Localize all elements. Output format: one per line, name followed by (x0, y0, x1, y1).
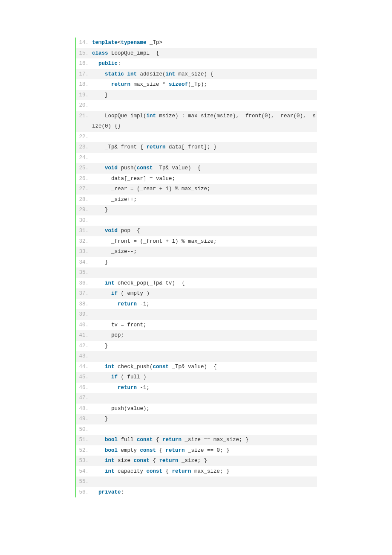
line-number: 47. (76, 393, 89, 404)
code-line: 17. static int addsize(int max_size) { (76, 69, 317, 80)
code-line: 23. _Tp& front { return data[_front]; } (76, 142, 317, 153)
code-line: 53. int size const { return _size; } (76, 456, 317, 466)
line-number: 50. (76, 424, 89, 435)
line-number: 48. (76, 404, 89, 414)
line-code: int capacity const { return max_size; } (89, 466, 317, 477)
line-code: bool empty const { return _size == 0; } (89, 445, 317, 456)
line-code: data[_rear] = value; (89, 174, 317, 184)
code-line: 51. bool full const { return _size == ma… (76, 435, 317, 445)
line-number: 37. (76, 288, 89, 299)
line-number: 22. (76, 132, 89, 142)
code-line: 31. void pop { (76, 226, 317, 236)
line-number: 31. (76, 226, 89, 236)
line-number: 36. (76, 278, 89, 289)
line-code: } (89, 414, 317, 424)
code-line: 30. (76, 215, 317, 226)
line-number: 24. (76, 153, 89, 163)
line-code: push(value); (89, 404, 317, 414)
line-number: 23. (76, 142, 89, 153)
code-line: 49. } (76, 414, 317, 424)
line-number: 29. (76, 205, 89, 215)
code-line: 56. private: (76, 487, 317, 498)
line-number: 33. (76, 247, 89, 257)
line-number: 52. (76, 445, 89, 456)
line-number: 19. (76, 90, 89, 101)
line-code: _rear = (_rear + 1) % max_size; (89, 184, 317, 195)
line-number: 18. (76, 79, 89, 90)
code-line: 33. _size--; (76, 247, 317, 257)
line-code: return max_size * sizeof(_Tp); (89, 79, 317, 90)
code-line: 14.template<typename _Tp> (76, 38, 317, 48)
line-number: 34. (76, 257, 89, 268)
line-number: 21. (76, 111, 89, 122)
line-code: } (89, 205, 317, 215)
line-number: 38. (76, 299, 89, 310)
code-line: 55. (76, 477, 317, 487)
code-line: 24. (76, 153, 317, 163)
code-line: 54. int capacity const { return max_size… (76, 466, 317, 477)
code-block: 14.template<typename _Tp>15.class LoopQu… (75, 38, 317, 497)
line-code: public: (89, 58, 317, 69)
line-number: 49. (76, 414, 89, 424)
line-number: 42. (76, 341, 89, 352)
code-line: 44. int check_push(const _Tp& value) { (76, 362, 317, 372)
line-code: bool full const { return _size == max_si… (89, 435, 317, 445)
line-code: LoopQue_impl(int msize) : max_size(msize… (89, 111, 317, 132)
line-code: pop; (89, 330, 317, 341)
line-code: if ( empty ) (89, 288, 317, 299)
line-code: } (89, 341, 317, 352)
code-line: 32. _front = (_front + 1) % max_size; (76, 236, 317, 247)
line-code: _size--; (89, 247, 317, 257)
code-line: 38. return -1; (76, 299, 317, 310)
line-number: 32. (76, 236, 89, 247)
code-line: 20. (76, 100, 317, 111)
line-code: int check_push(const _Tp& value) { (89, 362, 317, 372)
line-number: 26. (76, 174, 89, 184)
code-line: 52. bool empty const { return _size == 0… (76, 445, 317, 456)
line-number: 54. (76, 466, 89, 477)
line-number: 53. (76, 456, 89, 466)
line-code: private: (89, 487, 317, 498)
code-line: 27. _rear = (_rear + 1) % max_size; (76, 184, 317, 195)
line-number: 27. (76, 184, 89, 195)
line-number: 25. (76, 163, 89, 174)
line-number: 56. (76, 487, 89, 498)
line-code: } (89, 257, 317, 268)
code-line: 42. } (76, 341, 317, 352)
code-line: 41. pop; (76, 330, 317, 341)
code-line: 48. push(value); (76, 404, 317, 414)
line-number: 15. (76, 48, 89, 59)
code-line: 47. (76, 393, 317, 404)
line-code: int size const { return _size; } (89, 456, 317, 466)
code-line: 34. } (76, 257, 317, 268)
code-line: 40. tv = front; (76, 320, 317, 331)
line-code: class LoopQue_impl { (89, 48, 317, 59)
line-number: 44. (76, 362, 89, 372)
line-code: template<typename _Tp> (89, 38, 317, 48)
code-line: 28. _size++; (76, 195, 317, 205)
code-line: 50. (76, 424, 317, 435)
line-code: _size++; (89, 195, 317, 205)
code-line: 36. int check_pop(_Tp& tv) { (76, 278, 317, 289)
line-number: 41. (76, 330, 89, 341)
line-code: if ( full ) (89, 372, 317, 383)
line-number: 55. (76, 477, 89, 487)
code-line: 46. return -1; (76, 383, 317, 393)
line-code: int check_pop(_Tp& tv) { (89, 278, 317, 289)
line-number: 20. (76, 100, 89, 111)
code-line: 22. (76, 132, 317, 142)
line-code: } (89, 90, 317, 101)
code-line: 21. LoopQue_impl(int msize) : max_size(m… (76, 111, 317, 132)
code-line: 39. (76, 309, 317, 320)
line-number: 14. (76, 38, 89, 48)
line-number: 16. (76, 58, 89, 69)
code-line: 26. data[_rear] = value; (76, 174, 317, 184)
line-number: 51. (76, 435, 89, 445)
line-number: 28. (76, 195, 89, 205)
code-line: 29. } (76, 205, 317, 215)
line-code: void push(const _Tp& value) { (89, 163, 317, 174)
code-line: 16. public: (76, 58, 317, 69)
line-number: 39. (76, 309, 89, 320)
code-line: 19. } (76, 90, 317, 101)
line-code: return -1; (89, 383, 317, 393)
